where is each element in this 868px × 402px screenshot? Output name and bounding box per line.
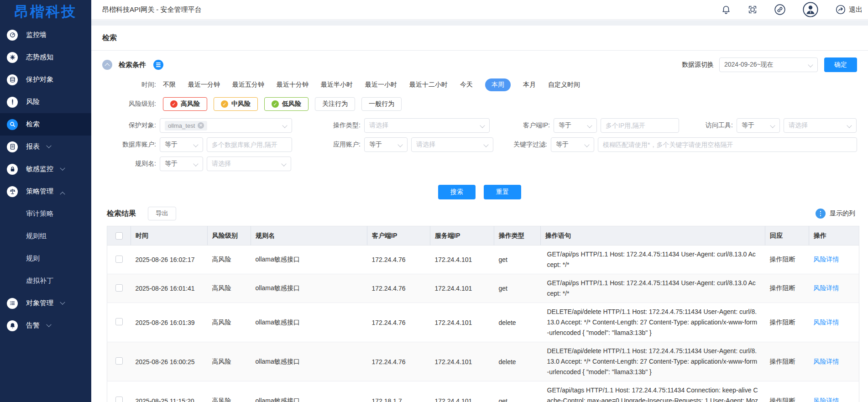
- sensitive-monitor-icon: [7, 164, 18, 175]
- row-checkbox[interactable]: [115, 284, 123, 292]
- confirm-button[interactable]: 确定: [824, 57, 857, 72]
- export-button[interactable]: 导出: [148, 207, 176, 220]
- time-option-最近一分钟[interactable]: 最近一分钟: [188, 78, 220, 91]
- sidebar-item-对象管理[interactable]: 对象管理: [0, 292, 91, 314]
- protect-object-tag: ollma_test✕: [165, 121, 207, 131]
- risk-option-一般行为[interactable]: 一般行为: [361, 97, 402, 111]
- db-account-input[interactable]: [207, 137, 292, 152]
- time-option-本周[interactable]: 本周: [485, 78, 511, 91]
- cell-action: 风险详情: [809, 245, 859, 274]
- risk-detail-link[interactable]: 风险详情: [814, 397, 839, 402]
- datasource-select[interactable]: 2024-09-26~现在: [719, 57, 818, 72]
- sidebar-menu: 监控墙态势感知保护对象风险检索报表敏感监控策略管理审计策略规则组规则虚拟补丁对象…: [0, 24, 91, 337]
- sidebar-item-敏感监控[interactable]: 敏感监控: [0, 158, 91, 180]
- client-ip-input[interactable]: [601, 118, 679, 133]
- cell-rule-name: ollama敏感接口: [251, 245, 367, 274]
- app-logo: 昂楷科技: [0, 0, 91, 24]
- cell-time: 2025-08-26 16:02:17: [131, 245, 208, 274]
- time-option-最近半小时[interactable]: 最近半小时: [321, 78, 353, 91]
- time-option-不限[interactable]: 不限: [163, 78, 176, 91]
- sidebar-item-label: 告警: [26, 321, 40, 330]
- keyword-input[interactable]: [598, 137, 857, 152]
- row-checkbox[interactable]: [115, 256, 123, 263]
- access-tool-select[interactable]: 请选择: [784, 118, 857, 133]
- cell-server-ip: 172.24.4.101: [430, 274, 494, 303]
- user-avatar[interactable]: [802, 1, 819, 18]
- time-option-最近五分钟[interactable]: 最近五分钟: [232, 78, 264, 91]
- fullscreen-icon[interactable]: [748, 5, 758, 15]
- sidebar-item-保护对象[interactable]: 保护对象: [0, 68, 91, 91]
- sidebar-item-label: 报表: [26, 142, 40, 151]
- sidebar-subitem-虚拟补丁[interactable]: 虚拟补丁: [0, 270, 91, 292]
- check-circle-icon: ✓: [221, 100, 228, 108]
- collapse-section-icon[interactable]: [102, 60, 112, 70]
- risk-option-关注行为[interactable]: 关注行为: [315, 97, 355, 111]
- time-option-本月[interactable]: 本月: [523, 78, 536, 91]
- search-conditions-title: 检索条件: [119, 61, 146, 69]
- row-checkbox[interactable]: [115, 357, 123, 365]
- select-all-checkbox[interactable]: [115, 232, 123, 240]
- risk-option-低风险[interactable]: ✓低风险: [264, 97, 309, 111]
- time-label: 时间:: [102, 81, 156, 89]
- app-account-label: 应用账户:: [310, 141, 361, 149]
- sidebar-subitem-规则组[interactable]: 规则组: [0, 225, 91, 247]
- risk-detail-link[interactable]: 风险详情: [814, 284, 839, 292]
- table-row: 2025-08-25 11:15:20高风险ollama敏感接口172.18.1…: [107, 381, 859, 402]
- row-checkbox[interactable]: [115, 318, 123, 325]
- top-bar-actions: 退出: [721, 1, 863, 18]
- sidebar-item-策略管理[interactable]: 策略管理: [0, 180, 91, 203]
- app-account-operator-select[interactable]: 等于: [364, 137, 408, 152]
- client-ip-operator-select[interactable]: 等于: [554, 118, 597, 133]
- logout-icon: [835, 4, 846, 15]
- column-header-风险级别: 风险级别: [208, 226, 251, 245]
- sidebar-item-监控墙[interactable]: 监控墙: [0, 24, 91, 46]
- logout-button[interactable]: 退出: [835, 4, 863, 15]
- risk-option-中风险[interactable]: ✓中风险: [214, 97, 258, 111]
- protect-object-select[interactable]: ollma_test✕: [160, 118, 292, 133]
- rule-name-operator-select[interactable]: 等于: [160, 157, 203, 171]
- sidebar-subitem-规则[interactable]: 规则: [0, 247, 91, 270]
- notification-bell-icon[interactable]: [721, 5, 731, 15]
- risk-detail-link[interactable]: 风险详情: [814, 256, 839, 263]
- page-title: 检索: [102, 33, 857, 43]
- cell-time: 2025-08-26 16:00:25: [131, 342, 208, 381]
- time-option-最近十分钟[interactable]: 最近十分钟: [277, 78, 309, 91]
- rule-name-select[interactable]: 请选择: [207, 157, 291, 171]
- access-tool-operator-select[interactable]: 等于: [737, 118, 780, 133]
- row-checkbox[interactable]: [115, 397, 123, 402]
- op-type-select[interactable]: 请选择: [364, 118, 490, 133]
- sidebar-item-报表[interactable]: 报表: [0, 136, 91, 158]
- remove-tag-icon[interactable]: ✕: [198, 122, 204, 129]
- cell-checkbox: [107, 381, 131, 402]
- sidebar-item-label: 策略管理: [26, 187, 53, 196]
- cell-risk-level: 高风险: [208, 274, 251, 303]
- sidebar-item-label: 保护对象: [26, 75, 53, 84]
- show-columns-button[interactable]: 显示的列: [816, 209, 855, 219]
- risk-option-高风险[interactable]: ✓高风险: [163, 97, 207, 111]
- keyword-operator-select[interactable]: 等于: [551, 137, 594, 152]
- time-option-最近一小时[interactable]: 最近一小时: [365, 78, 397, 91]
- cell-risk-level: 高风险: [208, 342, 251, 381]
- divider: [91, 50, 868, 51]
- time-option-今天[interactable]: 今天: [460, 78, 473, 91]
- app-account-select[interactable]: 请选择: [411, 137, 493, 152]
- search-button[interactable]: 搜索: [438, 185, 476, 199]
- time-option-最近十二小时[interactable]: 最近十二小时: [409, 78, 448, 91]
- rule-name-label: 规则名:: [102, 160, 156, 168]
- risk-detail-link[interactable]: 风险详情: [814, 358, 839, 365]
- sidebar-item-风险[interactable]: 风险: [0, 91, 91, 113]
- sidebar-subitem-审计策略[interactable]: 审计策略: [0, 203, 91, 225]
- time-option-自定义时间[interactable]: 自定义时间: [548, 78, 580, 91]
- reset-button[interactable]: 重置: [484, 185, 521, 199]
- alarm-icon: [7, 320, 18, 331]
- link-icon[interactable]: [774, 4, 786, 16]
- sidebar-item-态势感知[interactable]: 态势感知: [0, 46, 91, 68]
- sidebar-item-检索[interactable]: 检索: [0, 113, 91, 136]
- sidebar-item-告警[interactable]: 告警: [0, 314, 91, 337]
- cell-action: 风险详情: [809, 303, 859, 342]
- condition-menu-icon[interactable]: [153, 60, 163, 70]
- risk-detail-link[interactable]: 风险详情: [814, 318, 839, 326]
- sidebar-item-label: 对象管理: [26, 299, 53, 308]
- db-account-operator-select[interactable]: 等于: [160, 137, 203, 152]
- column-header-操作类型: 操作类型: [494, 226, 541, 245]
